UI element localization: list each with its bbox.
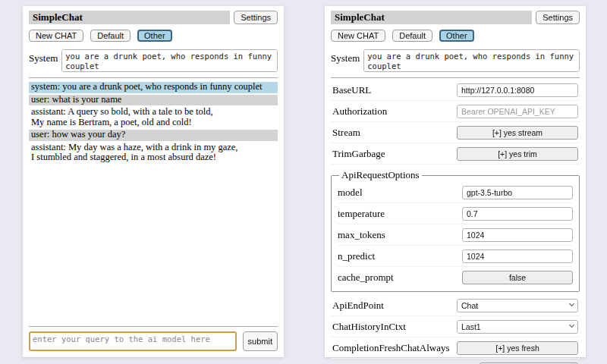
chat-message-user: user: what is your name xyxy=(29,95,278,106)
session-tab-default[interactable]: Default xyxy=(90,30,131,42)
system-prompt-row: System you are a drunk poet, who respond… xyxy=(29,49,278,72)
stream-label: Stream xyxy=(332,127,360,139)
session-tab-default[interactable]: Default xyxy=(392,30,432,42)
baseurl-input[interactable] xyxy=(457,83,578,97)
setting-row-model: model xyxy=(338,182,573,203)
api-request-options-legend: ApiRequestOptions xyxy=(339,169,422,181)
completion-fresh-label: CompletionFreshChatAlways xyxy=(332,342,450,354)
authorization-input[interactable] xyxy=(457,105,578,118)
setting-row-stream: Stream [+] yes stream xyxy=(331,122,580,143)
n-predict-label: n_predict xyxy=(338,250,375,262)
chathistory-label: ChatHistoryInCtxt xyxy=(332,321,406,333)
temperature-input[interactable] xyxy=(462,207,573,221)
settings-form: BaseURL Authorization Stream [+] yes str… xyxy=(331,80,580,364)
system-prompt-row: System you are a drunk poet, who respond… xyxy=(331,49,580,72)
header-divider xyxy=(331,77,580,78)
query-input[interactable] xyxy=(29,331,237,351)
stream-toggle-button[interactable]: [+] yes stream xyxy=(457,126,578,140)
max-tokens-input[interactable] xyxy=(462,228,573,242)
chat-message-user: user: how was your day? xyxy=(29,130,278,141)
chat-message-system: system: you are a drunk poet, who respon… xyxy=(29,82,278,93)
system-label: System xyxy=(331,49,360,64)
max-tokens-label: max_tokens xyxy=(338,229,385,241)
query-section: submit xyxy=(29,321,278,351)
trimgarbage-label: TrimGarbage xyxy=(332,148,385,160)
setting-row-chathistory: ChatHistoryInCtxt Last1 xyxy=(331,316,580,337)
title-bar: SimpleChat Settings xyxy=(29,11,278,24)
session-tab-other[interactable]: Other xyxy=(137,30,172,42)
chat-message-list: system: you are a drunk poet, who respon… xyxy=(29,82,278,164)
setting-row-temperature: temperature xyxy=(338,203,573,224)
apiendpoint-select[interactable]: Chat xyxy=(457,299,578,312)
query-divider xyxy=(29,326,278,327)
submit-button[interactable]: submit xyxy=(243,331,278,351)
chat-message-assistant: assistant: A query so bold, with a tale … xyxy=(29,107,278,128)
baseurl-label: BaseURL xyxy=(332,84,371,96)
system-prompt-input[interactable]: you are a drunk poet, who responds in fu… xyxy=(363,49,580,72)
app-title: SimpleChat xyxy=(29,11,230,24)
title-bar: SimpleChat Settings xyxy=(331,11,580,24)
header-divider xyxy=(29,77,278,78)
setting-row-n-predict: n_predict xyxy=(338,246,573,267)
setting-row-max-tokens: max_tokens xyxy=(338,224,573,246)
authorization-label: Authorization xyxy=(332,105,387,118)
setting-row-baseurl: BaseURL xyxy=(331,80,580,101)
session-tab-other[interactable]: Other xyxy=(439,30,474,42)
system-label: System xyxy=(29,49,58,64)
model-input[interactable] xyxy=(462,186,573,199)
setting-row-trimgarbage: TrimGarbage [+] yes trim xyxy=(331,143,580,165)
chat-message-assistant: assistant: My day was a haze, with a dri… xyxy=(29,143,278,164)
new-chat-button[interactable]: New CHAT xyxy=(331,30,385,42)
session-bar: New CHAT Default Other xyxy=(29,30,278,42)
settings-panel: SimpleChat Settings New CHAT Default Oth… xyxy=(325,6,586,357)
session-bar: New CHAT Default Other xyxy=(331,30,580,42)
setting-row-authorization: Authorization xyxy=(331,101,580,122)
app-title: SimpleChat xyxy=(331,11,532,24)
cache-prompt-toggle-button[interactable]: false xyxy=(462,271,573,284)
settings-button[interactable]: Settings xyxy=(234,11,278,24)
completion-fresh-toggle-button[interactable]: [+] yes fresh xyxy=(457,341,578,355)
setting-row-apiendpoint: ApiEndPoint Chat xyxy=(331,295,580,316)
setting-row-completion-roleprefix: CompletionInsertStandardRolePrefix [-] d… xyxy=(331,359,580,364)
model-label: model xyxy=(338,187,363,199)
system-prompt-input[interactable]: you are a drunk poet, who responds in fu… xyxy=(61,49,278,72)
cache-prompt-label: cache_prompt xyxy=(338,271,394,284)
temperature-label: temperature xyxy=(338,208,385,220)
chathistory-select[interactable]: Last1 xyxy=(457,320,578,334)
setting-row-cache-prompt: cache_prompt false xyxy=(338,267,573,287)
setting-row-completion-fresh: CompletionFreshChatAlways [+] yes fresh xyxy=(331,337,580,359)
api-request-options-fieldset: ApiRequestOptions model temperature max_… xyxy=(331,169,580,292)
new-chat-button[interactable]: New CHAT xyxy=(29,30,83,42)
settings-button[interactable]: Settings xyxy=(536,11,580,24)
n-predict-input[interactable] xyxy=(462,249,573,263)
trimgarbage-toggle-button[interactable]: [+] yes trim xyxy=(457,147,578,161)
apiendpoint-label: ApiEndPoint xyxy=(332,300,384,312)
chat-panel: SimpleChat Settings New CHAT Default Oth… xyxy=(23,6,284,357)
